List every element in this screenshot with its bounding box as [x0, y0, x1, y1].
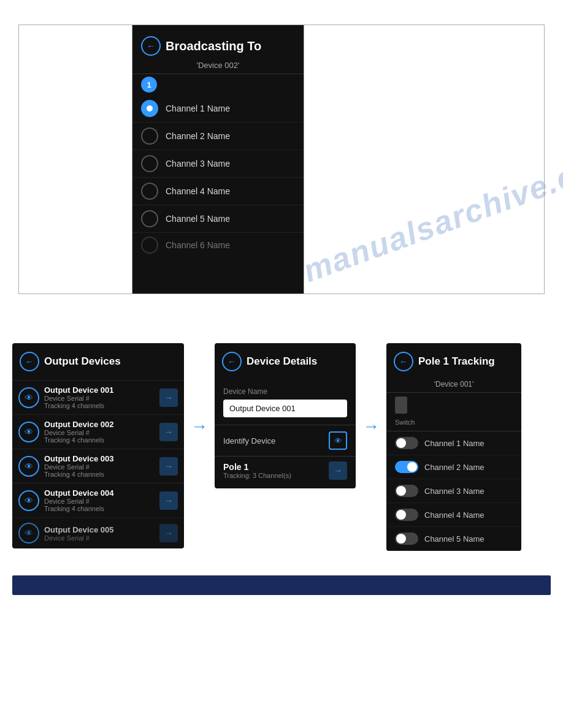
device-serial-003: Device Serial #: [44, 463, 155, 471]
tracking-channel-item-5[interactable]: Channel 5 Name: [386, 527, 521, 551]
toggle-2[interactable]: [395, 461, 418, 473]
back-icon-details: ←: [228, 357, 236, 366]
toggle-4[interactable]: [395, 509, 418, 521]
broadcast-back-button[interactable]: ←: [141, 36, 161, 56]
identify-label: Identify Device: [223, 436, 275, 446]
eye-icon-001[interactable]: 👁: [18, 387, 39, 408]
device-arrow-002[interactable]: →: [159, 423, 178, 441]
tracking-ch-4-label: Channel 4 Name: [424, 510, 484, 520]
device-item-003[interactable]: 👁 Output Device 003 Device Serial # Trac…: [12, 449, 184, 483]
device-info-002: Output Device 002 Device Serial # Tracki…: [44, 420, 155, 444]
device-info-003: Output Device 003 Device Serial # Tracki…: [44, 454, 155, 478]
pole-row: Pole 1 Tracking: 3 Channel(s) →: [215, 457, 356, 488]
device-arrow-003[interactable]: →: [159, 457, 178, 476]
toggle-1[interactable]: [395, 437, 418, 449]
radio-channel-3[interactable]: [141, 155, 158, 172]
device-item-002[interactable]: 👁 Output Device 002 Device Serial # Trac…: [12, 414, 184, 449]
output-devices-header: ← Output Devices: [12, 343, 184, 380]
channel-item-6-partial[interactable]: Channel 6 Name: [132, 233, 304, 257]
channel-item-4[interactable]: Channel 4 Name: [132, 178, 304, 205]
pole-tracking-back-button[interactable]: ←: [394, 352, 413, 371]
channel-5-label: Channel 5 Name: [166, 214, 230, 224]
eye-icon-004[interactable]: 👁: [18, 490, 39, 511]
tracking-channel-item-1[interactable]: Channel 1 Name: [386, 431, 521, 455]
channel-item-1[interactable]: Channel 1 Name: [132, 95, 304, 123]
toggle-knob-1: [396, 438, 406, 448]
device-details-header: ← Device Details: [215, 343, 356, 380]
step-badge: 1: [141, 77, 157, 93]
device-serial-001: Device Serial #: [44, 395, 155, 402]
arrow-connector-1: →: [184, 343, 215, 436]
channel-list: Channel 1 Name Channel 2 Name Channel 3 …: [132, 95, 304, 257]
pole-tracking-panel: ← Pole 1 Tracking 'Device 001' Switch Ch…: [386, 343, 521, 551]
eye-symbol-004: 👁: [25, 496, 33, 506]
bottom-bar: [12, 575, 551, 595]
toggle-knob-4: [396, 510, 406, 520]
radio-inner-1: [147, 105, 153, 112]
channel-4-label: Channel 4 Name: [166, 186, 230, 196]
eye-icon-003[interactable]: 👁: [18, 456, 39, 477]
back-icon-pole: ←: [399, 357, 408, 366]
device-name-label: Device Name: [223, 387, 347, 396]
toggle-3[interactable]: [395, 485, 418, 497]
eye-icon-002[interactable]: 👁: [18, 422, 39, 442]
tracking-ch-2-label: Channel 2 Name: [424, 463, 484, 472]
toggle-5[interactable]: [395, 533, 418, 545]
broadcast-subtitle: 'Device 002': [132, 61, 304, 74]
device-name-input[interactable]: [223, 400, 347, 417]
channel-item-5[interactable]: Channel 5 Name: [132, 205, 304, 233]
device-arrow-001[interactable]: →: [159, 389, 178, 407]
device-name-003: Output Device 003: [44, 454, 155, 463]
device-details-panel: ← Device Details Device Name Identify De…: [215, 343, 356, 488]
eye-icon-identify: 👁: [334, 436, 342, 446]
radio-channel-4[interactable]: [141, 183, 158, 200]
channel-1-label: Channel 1 Name: [166, 104, 230, 113]
pole-tracking-sub: Tracking: 3 Channel(s): [223, 472, 291, 479]
radio-channel-6[interactable]: [141, 237, 158, 254]
device-info-005: Output Device 005 Device Serial #: [44, 525, 155, 542]
device-name-001: Output Device 001: [44, 385, 155, 395]
back-icon-output: ←: [25, 357, 34, 366]
channel-6-label: Channel 6 Name: [166, 240, 230, 250]
top-right-panel: [304, 25, 544, 294]
eye-symbol-001: 👁: [25, 393, 33, 403]
device-details-back-button[interactable]: ←: [222, 352, 242, 371]
radio-channel-2[interactable]: [141, 127, 158, 145]
channel-item-2[interactable]: Channel 2 Name: [132, 123, 304, 150]
device-details-title: Device Details: [247, 355, 317, 368]
pole-arrow-button[interactable]: →: [329, 461, 347, 480]
eye-symbol-005: 👁: [25, 528, 33, 538]
blue-arrow-right-2: →: [362, 417, 380, 436]
switch-section: Switch: [386, 393, 521, 431]
eye-icon-005[interactable]: 👁: [18, 523, 39, 544]
device-item-004[interactable]: 👁 Output Device 004 Device Serial # Trac…: [12, 483, 184, 517]
device-item-001[interactable]: 👁 Output Device 001 Device Serial # Trac…: [12, 380, 184, 414]
toggle-knob-3: [396, 486, 406, 496]
device-tracking-003: Tracking 4 channels: [44, 471, 155, 478]
tracking-channel-item-4[interactable]: Channel 4 Name: [386, 503, 521, 527]
switch-icon: [395, 396, 407, 414]
top-section: ← Broadcasting To 'Device 002' 1 Channel…: [18, 25, 545, 294]
device-serial-004: Device Serial #: [44, 498, 155, 505]
broadcast-divider: [132, 74, 304, 74]
radio-channel-1[interactable]: [141, 100, 158, 117]
device-arrow-004[interactable]: →: [159, 491, 178, 510]
device-item-005[interactable]: 👁 Output Device 005 Device Serial # →: [12, 517, 184, 548]
broadcasting-panel: ← Broadcasting To 'Device 002' 1 Channel…: [132, 25, 304, 294]
broadcast-header: ← Broadcasting To: [132, 25, 304, 61]
device-name-005: Output Device 005: [44, 525, 155, 534]
radio-channel-5[interactable]: [141, 210, 158, 227]
device-arrow-005[interactable]: →: [159, 524, 178, 542]
tracking-ch-5-label: Channel 5 Name: [424, 534, 484, 544]
identify-eye-button[interactable]: 👁: [329, 431, 347, 450]
tracking-ch-1-label: Channel 1 Name: [424, 439, 484, 448]
output-devices-back-button[interactable]: ←: [20, 352, 39, 371]
tracking-channel-item-3[interactable]: Channel 3 Name: [386, 479, 521, 503]
tracking-channel-item-2[interactable]: Channel 2 Name: [386, 455, 521, 479]
toggle-knob-5: [396, 534, 406, 544]
device-name-section: Device Name: [215, 380, 356, 425]
device-serial-005: Device Serial #: [44, 534, 155, 542]
channel-item-3[interactable]: Channel 3 Name: [132, 150, 304, 178]
broadcast-title: Broadcasting To: [166, 39, 261, 53]
channel-3-label: Channel 3 Name: [166, 159, 230, 169]
